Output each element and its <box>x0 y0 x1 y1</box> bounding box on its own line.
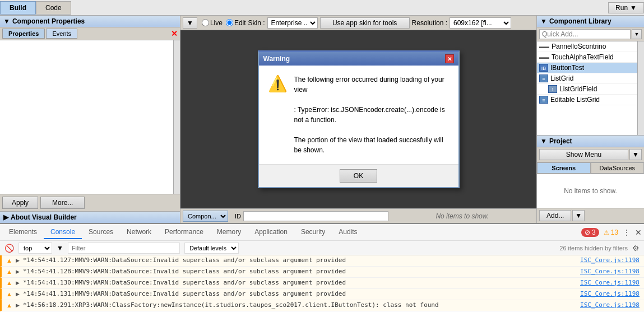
dialog-line3: The portion of the view that loaded succ… <box>294 135 450 155</box>
list-item[interactable]: ▬▬ PannelloScontrino <box>537 41 637 52</box>
tab-events[interactable]: Events <box>46 29 77 39</box>
context-dropdown-icon[interactable]: ▼ <box>57 244 63 252</box>
tab-sources[interactable]: Sources <box>82 226 120 239</box>
more-button[interactable]: More... <box>40 197 85 209</box>
panel-title: Component Properties <box>12 17 85 25</box>
add-button[interactable]: Add... <box>539 210 571 221</box>
dialog-line2: : TypeError: isc.JSONEncoder.create(...)… <box>294 105 450 125</box>
console-link[interactable]: ISC_Core.js:1198 <box>580 290 640 297</box>
list-item-selected[interactable]: IB IButtonTest <box>537 63 637 73</box>
tab-audits[interactable]: Audits <box>332 226 364 239</box>
warn-triangle-icon: ▲ <box>6 257 12 264</box>
settings-icon[interactable]: ⚙ <box>632 244 640 253</box>
center-bottom-bar: Compon... ID No items to show. <box>180 208 536 223</box>
tab-console[interactable]: Console <box>44 226 82 239</box>
project-arrow-icon: ▼ <box>540 137 547 145</box>
center-panel: ▼ Live Edit Skin : Enterprise ... Use ap… <box>180 16 536 223</box>
library-title: Component Library <box>549 17 611 25</box>
tab-properties[interactable]: Properties <box>2 29 45 39</box>
warn-triangle-icon: ▲ <box>6 279 12 286</box>
expand-icon[interactable]: ▶ <box>16 280 20 286</box>
panel-collapse-icon: ▼ <box>3 17 10 25</box>
grid-icon: ≡ <box>539 74 548 82</box>
quick-add-dropdown[interactable]: ▼ <box>632 29 642 39</box>
list-item[interactable]: ▬▬ TouchAlphaTextField <box>537 52 637 63</box>
error-badge: ⊘ 3 <box>581 228 599 237</box>
dialog-title: Warning <box>263 55 290 63</box>
apply-button[interactable]: Apply <box>2 197 38 209</box>
expand-icon[interactable]: ▶ <box>16 302 20 308</box>
toolbar-dropdown[interactable]: ▼ <box>183 17 197 29</box>
quick-add-row: ▼ <box>537 27 644 41</box>
tab-application[interactable]: Application <box>248 226 294 239</box>
main-area: ▼ Component Properties Properties Events… <box>0 16 644 223</box>
list-item[interactable]: ≡ Editable ListGrid <box>537 95 637 105</box>
context-select[interactable]: top <box>18 243 52 254</box>
console-text: *14:56:18.291:XRP3:WARN:ClassFactory:new… <box>23 301 577 309</box>
close-icon[interactable]: ✕ <box>171 29 178 38</box>
tab-performance[interactable]: Performance <box>158 226 210 239</box>
devtools-close-icon[interactable]: ✕ <box>635 228 642 237</box>
no-entry-icon[interactable]: 🚫 <box>4 244 14 253</box>
show-menu-dropdown[interactable]: ▼ <box>629 149 642 160</box>
console-content: ▲ ▶ *14:54:41.127:MMV9:WARN:DataSource:I… <box>0 255 644 317</box>
properties-content <box>0 40 180 194</box>
console-link[interactable]: ISC_Core.js:1198 <box>580 279 640 286</box>
show-menu-button[interactable]: Show Menu <box>539 149 628 160</box>
resolution-label: Resolution : <box>412 19 447 27</box>
skin-select[interactable]: Enterprise ... <box>267 17 318 29</box>
expand-icon[interactable]: ▶ <box>16 291 20 297</box>
component-selector[interactable]: Compon... <box>183 211 228 222</box>
devtools-menu-icon[interactable]: ⋮ <box>623 228 631 237</box>
live-radio[interactable]: Live <box>202 19 223 27</box>
id-input[interactable] <box>243 211 388 221</box>
dialog-close-button[interactable]: ✕ <box>445 54 454 63</box>
console-row: ▲ ▶ *14:54:41.130:MMV9:WARN:DataSource:I… <box>0 278 644 289</box>
tab-network[interactable]: Network <box>120 226 158 239</box>
resolution-select[interactable]: 609x162 [fi... <box>450 17 511 29</box>
button-icon: IB <box>539 64 548 72</box>
left-scrollbar[interactable] <box>173 40 180 194</box>
level-select[interactable]: Default levels <box>184 243 239 254</box>
tab-build[interactable]: Build <box>0 1 36 15</box>
console-link[interactable]: ISC_Core.js:1198 <box>580 257 640 264</box>
component-list-scrollbar[interactable] <box>637 41 644 135</box>
expand-icon[interactable]: ▶ <box>16 269 20 274</box>
no-items-center: No items to show. <box>391 212 535 220</box>
list-item[interactable]: f ListGridField <box>537 84 637 95</box>
run-button[interactable]: Run ▼ <box>608 2 644 13</box>
edit-radio[interactable]: Edit <box>226 19 246 27</box>
project-header: ▼ Project <box>537 136 644 147</box>
tab-memory[interactable]: Memory <box>210 226 248 239</box>
item-label: Editable ListGrid <box>550 96 600 104</box>
console-text: *14:54:41.127:MMV9:WARN:DataSource:Inval… <box>23 257 577 264</box>
console-text: *14:54:41.131:MMV9:WARN:DataSource:Inval… <box>23 290 577 297</box>
tab-security[interactable]: Security <box>294 226 332 239</box>
list-item[interactable]: ≡ ListGrid <box>537 73 637 84</box>
tab-elements[interactable]: Elements <box>2 226 44 239</box>
console-link[interactable]: ISC_Core.js:1198 <box>580 301 640 309</box>
console-row: ▲ ▶ *14:54:41.131:MMV9:WARN:DataSource:I… <box>0 289 644 300</box>
left-panel: ▼ Component Properties Properties Events… <box>0 16 180 223</box>
add-dropdown[interactable]: ▼ <box>572 210 585 221</box>
warn-badge: ⚠ 13 <box>604 229 618 236</box>
filter-input[interactable] <box>68 243 180 254</box>
warn-triangle-icon: ▲ <box>6 291 12 297</box>
project-tabs: Screens DataSources <box>537 162 644 174</box>
console-text: *14:54:41.130:MMV9:WARN:DataSource:Inval… <box>23 279 577 286</box>
run-label: Run <box>615 4 628 12</box>
use-app-skin-button[interactable]: Use app skin for tools <box>320 17 410 29</box>
devtools-tabs: Elements Console Sources Network Perform… <box>0 224 644 241</box>
about-label: About Visual Builder <box>11 213 77 221</box>
ok-button[interactable]: OK <box>340 169 377 183</box>
tab-screens[interactable]: Screens <box>537 162 591 174</box>
console-link[interactable]: ISC_Core.js:1198 <box>580 268 640 275</box>
tab-datasources[interactable]: DataSources <box>591 162 645 174</box>
component-list-container: ▬▬ PannelloScontrino ▬▬ TouchAlphaTextFi… <box>537 41 644 135</box>
edit-label: Edit <box>234 19 246 27</box>
warning-dialog: Warning ✕ ⚠️ The following error occurre… <box>258 50 460 188</box>
quick-add-input[interactable] <box>539 29 631 39</box>
tab-code[interactable]: Code <box>36 1 71 15</box>
expand-icon[interactable]: ▶ <box>16 258 20 263</box>
component-list: ▬▬ PannelloScontrino ▬▬ TouchAlphaTextFi… <box>537 41 637 135</box>
